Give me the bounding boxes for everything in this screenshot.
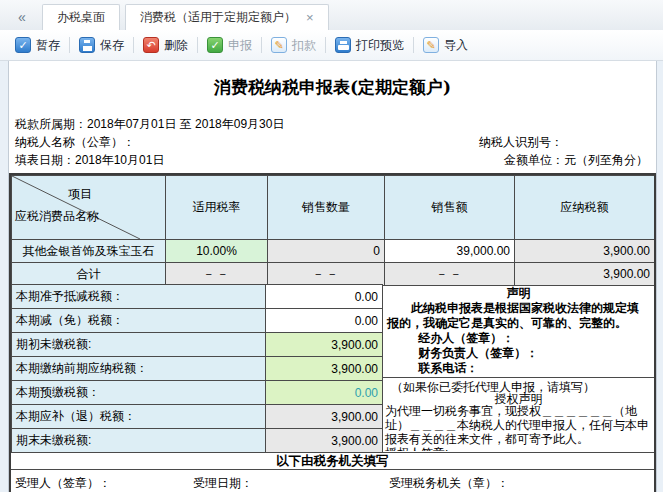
corner-label-goods: 应税消费品名称 <box>15 208 99 225</box>
summary-value-deductible[interactable]: 0.00 <box>266 285 383 309</box>
tax-items-table: 项目 应税消费品名称 适用税率 销售数量 销售额 应纳税额 其他金银首饰及珠宝玉… <box>11 175 655 286</box>
button-label: 打印预览 <box>356 37 404 54</box>
authorization-box: （如果你已委托代理人申报，请填写） 授权声明 为代理一切税务事宜，现授权＿＿＿＿… <box>383 378 654 451</box>
cell-quantity: 0 <box>268 240 385 263</box>
unit-line: 金额单位：元（列至角分） <box>504 152 648 169</box>
form-panel: 消费税纳税申报表(定期定额户) 税款所属期：2018年07月01日 至 2018… <box>8 61 657 492</box>
declaration-body: 此纳税申报表是根据国家税收法律的规定填报的，我确定它是真实的、可靠的、完整的。 <box>387 301 650 331</box>
summary-label: 期末未缴税额: <box>12 429 266 453</box>
cell-tax-amount: 3,900.00 <box>515 240 655 263</box>
print-preview-button[interactable]: 打印预览 <box>326 37 413 54</box>
cell-total-label: 合计 <box>12 263 166 286</box>
summary-row: 本期减（免）税额： 0.00 <box>12 309 383 333</box>
column-header-sales: 销售额 <box>385 176 515 240</box>
deduct-button[interactable]: ✎ 扣款 <box>262 37 325 54</box>
close-icon[interactable]: × <box>306 11 314 24</box>
page-title: 消费税纳税申报表(定期定额户) <box>9 76 656 99</box>
summary-value-ending-unpaid: 3,900.00 <box>266 429 383 453</box>
temp-save-button[interactable]: ✓ 暂存 <box>6 37 69 54</box>
summary-value-exempt[interactable]: 0.00 <box>266 309 383 333</box>
summary-section: 本期准予抵减税额： 0.00 本期减（免）税额： 0.00 期初未缴税额: 3,… <box>11 284 654 452</box>
fill-date-line: 填表日期：2018年10月01日 <box>15 152 164 169</box>
declaration-title: 声明 <box>387 286 650 301</box>
acceptor-label: 受理人（签章）： <box>15 475 111 492</box>
button-label: 导入 <box>444 37 468 54</box>
cell-sales-amount[interactable]: 39,000.00 <box>385 240 515 263</box>
taxpayer-name-label: 纳税人名称（公章）： <box>15 134 135 151</box>
cell-total-rate: －－ <box>166 263 268 286</box>
summary-label: 本期应补（退）税额： <box>12 405 266 429</box>
tax-office-header: 以下由税务机关填写 <box>11 452 654 470</box>
declaration-table-frame: 项目 应税消费品名称 适用税率 销售数量 销售额 应纳税额 其他金银首饰及珠宝玉… <box>9 173 656 492</box>
toolbar: ✓ 暂存 保存 ↶ 删除 ✓ 申报 ✎ 扣款 打印预览 ✎ 导入 <box>0 30 663 61</box>
accept-date-label: 受理日期： <box>193 475 253 492</box>
column-header-tax: 应纳税额 <box>515 176 655 240</box>
summary-label: 本期减（免）税额： <box>12 309 266 333</box>
authorizer-signature-label: 授权人签章: <box>385 446 652 451</box>
button-label: 删除 <box>164 37 188 54</box>
summary-label: 本期缴纳前期应纳税额： <box>12 357 266 381</box>
import-button[interactable]: ✎ 导入 <box>414 37 477 54</box>
table-row: 其他金银首饰及珠宝玉石 10.00% 0 39,000.00 3,900.00 <box>12 240 655 263</box>
print-preview-icon <box>335 37 351 53</box>
corner-header-cell: 项目 应税消费品名称 <box>12 176 166 240</box>
cell-total-sales: －－ <box>385 263 515 286</box>
summary-value-opening-unpaid: 3,900.00 <box>266 333 383 357</box>
save-draft-icon: ✓ <box>15 37 31 53</box>
summary-row: 本期预缴税额： 0.00 <box>12 381 383 405</box>
button-label: 扣款 <box>292 37 316 54</box>
tax-period-line: 税款所属期：2018年07月01日 至 2018年09月30日 <box>15 116 284 133</box>
corner-label-item: 项目 <box>68 186 92 203</box>
handler-signature-label: 经办人（签章）： <box>387 331 650 346</box>
summary-label: 本期准予抵减税额： <box>12 285 266 309</box>
save-button[interactable]: 保存 <box>70 37 133 54</box>
cell-total-tax: 3,900.00 <box>515 263 655 286</box>
summary-value-paid-prior: 3,900.00 <box>266 357 383 381</box>
button-label: 保存 <box>100 37 124 54</box>
taxpayer-id-label: 纳税人识别号： <box>479 134 563 151</box>
tax-office-row: 受理人（签章）： 受理日期： 受理税务机关（章）： <box>11 471 654 492</box>
tab-bar: « 办税桌面 消费税（适用于定期定额户） × <box>0 0 663 31</box>
declare-button[interactable]: ✓ 申报 <box>198 37 261 54</box>
accept-office-label: 受理税务机关（章）： <box>389 475 509 492</box>
summary-label: 期初未缴税额: <box>12 333 266 357</box>
summary-table: 本期准予抵减税额： 0.00 本期减（免）税额： 0.00 期初未缴税额: 3,… <box>11 284 383 452</box>
tab-consumption-tax[interactable]: 消费税（适用于定期定额户） × <box>125 4 329 30</box>
deduct-icon: ✎ <box>271 37 287 53</box>
column-header-rate: 适用税率 <box>166 176 268 240</box>
cell-total-quantity: －－ <box>268 263 385 286</box>
summary-value-prepaid[interactable]: 0.00 <box>266 381 383 405</box>
declaration-box: 声明 此纳税申报表是根据国家税收法律的规定填报的，我确定它是真实的、可靠的、完整… <box>383 284 654 378</box>
cell-tax-rate: 10.00% <box>166 240 268 263</box>
declaration-column: 声明 此纳税申报表是根据国家税收法律的规定填报的，我确定它是真实的、可靠的、完整… <box>383 284 654 452</box>
column-header-quantity: 销售数量 <box>268 176 385 240</box>
summary-row: 本期应补（退）税额： 3,900.00 <box>12 405 383 429</box>
summary-row: 本期缴纳前期应纳税额： 3,900.00 <box>12 357 383 381</box>
authorization-body: 为代理一切税务事宜，现授权＿＿＿＿＿＿（地址）＿＿＿＿本纳税人的代理申报人，任何… <box>385 404 652 446</box>
summary-row: 本期准予抵减税额： 0.00 <box>12 285 383 309</box>
finance-officer-label: 财务负责人（签章）： <box>387 346 650 361</box>
delete-button[interactable]: ↶ 删除 <box>134 37 197 54</box>
button-label: 申报 <box>228 37 252 54</box>
tab-label: 消费税（适用于定期定额户） <box>140 9 296 26</box>
import-icon: ✎ <box>423 37 439 53</box>
collapse-tabs-icon[interactable]: « <box>8 6 36 28</box>
button-label: 暂存 <box>36 37 60 54</box>
contact-phone-label: 联系电话： <box>387 361 650 376</box>
declare-icon: ✓ <box>207 37 223 53</box>
summary-value-payable-refund: 3,900.00 <box>266 405 383 429</box>
cell-goods-name: 其他金银首饰及珠宝玉石 <box>12 240 166 263</box>
summary-row: 期末未缴税额: 3,900.00 <box>12 429 383 453</box>
table-row-total: 合计 －－ －－ －－ 3,900.00 <box>12 263 655 286</box>
summary-row: 期初未缴税额: 3,900.00 <box>12 333 383 357</box>
summary-label: 本期预缴税额： <box>12 381 266 405</box>
tab-label: 办税桌面 <box>57 9 105 26</box>
tab-tax-desktop[interactable]: 办税桌面 <box>42 4 120 30</box>
save-icon <box>79 37 95 53</box>
delete-icon: ↶ <box>143 37 159 53</box>
